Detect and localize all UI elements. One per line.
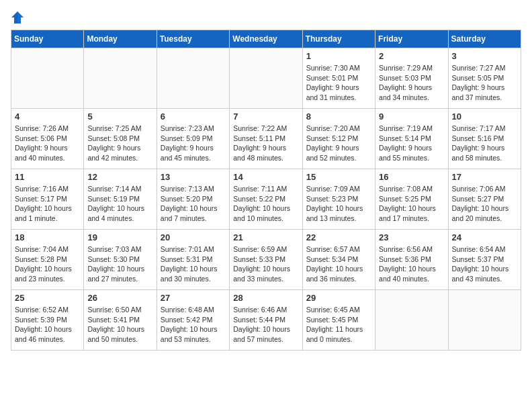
day-number: 23	[379, 232, 444, 242]
day-info: Sunrise: 7:11 AM Sunset: 5:22 PM Dayligh…	[233, 184, 298, 224]
calendar-week-1: 1Sunrise: 7:30 AM Sunset: 5:01 PM Daylig…	[11, 48, 521, 109]
day-number: 18	[15, 232, 80, 242]
calendar-cell: 2Sunrise: 7:29 AM Sunset: 5:03 PM Daylig…	[375, 48, 448, 109]
calendar-cell	[11, 48, 84, 109]
day-info: Sunrise: 7:06 AM Sunset: 5:27 PM Dayligh…	[452, 184, 517, 224]
calendar-cell	[230, 48, 302, 109]
calendar-week-4: 18Sunrise: 7:04 AM Sunset: 5:28 PM Dayli…	[11, 230, 521, 290]
day-number: 7	[233, 111, 298, 122]
calendar-cell: 9Sunrise: 7:19 AM Sunset: 5:14 PM Daylig…	[375, 109, 448, 169]
day-number: 4	[15, 111, 80, 122]
day-info: Sunrise: 6:59 AM Sunset: 5:33 PM Dayligh…	[233, 244, 298, 284]
svg-marker-1	[17, 11, 24, 24]
calendar-cell: 29Sunrise: 6:45 AM Sunset: 5:45 PM Dayli…	[302, 290, 375, 351]
calendar-week-2: 4Sunrise: 7:26 AM Sunset: 5:06 PM Daylig…	[11, 109, 521, 169]
day-info: Sunrise: 7:29 AM Sunset: 5:03 PM Dayligh…	[379, 63, 444, 103]
calendar-cell	[448, 290, 521, 351]
day-info: Sunrise: 7:22 AM Sunset: 5:11 PM Dayligh…	[233, 124, 298, 163]
calendar-cell: 13Sunrise: 7:13 AM Sunset: 5:20 PM Dayli…	[157, 169, 229, 230]
day-info: Sunrise: 6:57 AM Sunset: 5:34 PM Dayligh…	[306, 244, 371, 284]
day-number: 19	[87, 232, 152, 242]
day-info: Sunrise: 7:09 AM Sunset: 5:23 PM Dayligh…	[306, 184, 371, 224]
calendar-cell: 25Sunrise: 6:52 AM Sunset: 5:39 PM Dayli…	[11, 290, 84, 351]
day-info: Sunrise: 6:48 AM Sunset: 5:42 PM Dayligh…	[161, 305, 226, 345]
calendar-cell: 5Sunrise: 7:25 AM Sunset: 5:08 PM Daylig…	[84, 109, 157, 169]
page-header	[11, 11, 521, 24]
day-number: 3	[452, 51, 517, 61]
calendar-cell: 3Sunrise: 7:27 AM Sunset: 5:05 PM Daylig…	[448, 48, 521, 109]
day-info: Sunrise: 7:27 AM Sunset: 5:05 PM Dayligh…	[452, 63, 517, 103]
day-number: 9	[379, 111, 444, 122]
calendar-cell: 28Sunrise: 6:46 AM Sunset: 5:44 PM Dayli…	[230, 290, 302, 351]
calendar-cell: 23Sunrise: 6:56 AM Sunset: 5:36 PM Dayli…	[375, 230, 448, 290]
day-info: Sunrise: 7:25 AM Sunset: 5:08 PM Dayligh…	[87, 124, 152, 163]
day-info: Sunrise: 7:26 AM Sunset: 5:06 PM Dayligh…	[15, 124, 80, 163]
weekday-header-tuesday: Tuesday	[157, 30, 229, 48]
day-info: Sunrise: 7:19 AM Sunset: 5:14 PM Dayligh…	[379, 124, 444, 163]
calendar-cell: 14Sunrise: 7:11 AM Sunset: 5:22 PM Dayli…	[230, 169, 302, 230]
day-number: 15	[306, 172, 371, 182]
day-number: 16	[379, 172, 444, 182]
calendar-cell: 8Sunrise: 7:20 AM Sunset: 5:12 PM Daylig…	[302, 109, 375, 169]
calendar-cell: 15Sunrise: 7:09 AM Sunset: 5:23 PM Dayli…	[302, 169, 375, 230]
day-number: 22	[306, 232, 371, 242]
calendar-cell: 1Sunrise: 7:30 AM Sunset: 5:01 PM Daylig…	[302, 48, 375, 109]
day-number: 6	[161, 111, 226, 122]
day-number: 26	[87, 293, 152, 303]
day-number: 11	[15, 172, 80, 182]
day-info: Sunrise: 6:45 AM Sunset: 5:45 PM Dayligh…	[306, 305, 371, 345]
calendar-cell: 19Sunrise: 7:03 AM Sunset: 5:30 PM Dayli…	[84, 230, 157, 290]
day-info: Sunrise: 7:03 AM Sunset: 5:30 PM Dayligh…	[87, 244, 152, 284]
calendar-cell: 7Sunrise: 7:22 AM Sunset: 5:11 PM Daylig…	[230, 109, 302, 169]
calendar-cell: 27Sunrise: 6:48 AM Sunset: 5:42 PM Dayli…	[157, 290, 229, 351]
calendar-cell: 11Sunrise: 7:16 AM Sunset: 5:17 PM Dayli…	[11, 169, 84, 230]
day-number: 1	[306, 51, 371, 61]
calendar-cell: 18Sunrise: 7:04 AM Sunset: 5:28 PM Dayli…	[11, 230, 84, 290]
day-number: 5	[87, 111, 152, 122]
calendar-cell: 16Sunrise: 7:08 AM Sunset: 5:25 PM Dayli…	[375, 169, 448, 230]
calendar-cell: 10Sunrise: 7:17 AM Sunset: 5:16 PM Dayli…	[448, 109, 521, 169]
day-number: 13	[161, 172, 226, 182]
logo	[11, 11, 27, 24]
calendar-cell: 20Sunrise: 7:01 AM Sunset: 5:31 PM Dayli…	[157, 230, 229, 290]
day-number: 24	[452, 232, 517, 242]
day-info: Sunrise: 6:56 AM Sunset: 5:36 PM Dayligh…	[379, 244, 444, 284]
day-info: Sunrise: 6:46 AM Sunset: 5:44 PM Dayligh…	[233, 305, 298, 345]
day-info: Sunrise: 6:54 AM Sunset: 5:37 PM Dayligh…	[452, 244, 517, 284]
day-info: Sunrise: 7:16 AM Sunset: 5:17 PM Dayligh…	[15, 184, 80, 224]
day-info: Sunrise: 6:50 AM Sunset: 5:41 PM Dayligh…	[87, 305, 152, 345]
day-number: 12	[87, 172, 152, 182]
day-info: Sunrise: 7:13 AM Sunset: 5:20 PM Dayligh…	[161, 184, 226, 224]
calendar-cell	[84, 48, 157, 109]
day-number: 27	[161, 293, 226, 303]
day-info: Sunrise: 7:08 AM Sunset: 5:25 PM Dayligh…	[379, 184, 444, 224]
calendar-cell: 24Sunrise: 6:54 AM Sunset: 5:37 PM Dayli…	[448, 230, 521, 290]
day-number: 2	[379, 51, 444, 61]
calendar-week-5: 25Sunrise: 6:52 AM Sunset: 5:39 PM Dayli…	[11, 290, 521, 351]
calendar-cell: 12Sunrise: 7:14 AM Sunset: 5:19 PM Dayli…	[84, 169, 157, 230]
weekday-header-monday: Monday	[84, 30, 157, 48]
weekday-header-sunday: Sunday	[11, 30, 84, 48]
weekday-header-friday: Friday	[375, 30, 448, 48]
day-info: Sunrise: 6:52 AM Sunset: 5:39 PM Dayligh…	[15, 305, 80, 345]
day-info: Sunrise: 7:14 AM Sunset: 5:19 PM Dayligh…	[87, 184, 152, 224]
weekday-header-wednesday: Wednesday	[230, 30, 302, 48]
day-number: 17	[452, 172, 517, 182]
calendar-cell: 17Sunrise: 7:06 AM Sunset: 5:27 PM Dayli…	[448, 169, 521, 230]
calendar-cell: 21Sunrise: 6:59 AM Sunset: 5:33 PM Dayli…	[230, 230, 302, 290]
calendar-cell	[157, 48, 229, 109]
calendar-cell: 26Sunrise: 6:50 AM Sunset: 5:41 PM Dayli…	[84, 290, 157, 351]
day-number: 29	[306, 293, 371, 303]
calendar-cell: 4Sunrise: 7:26 AM Sunset: 5:06 PM Daylig…	[11, 109, 84, 169]
day-info: Sunrise: 7:23 AM Sunset: 5:09 PM Dayligh…	[161, 124, 226, 163]
calendar-cell: 22Sunrise: 6:57 AM Sunset: 5:34 PM Dayli…	[302, 230, 375, 290]
day-info: Sunrise: 7:20 AM Sunset: 5:12 PM Dayligh…	[306, 124, 371, 163]
day-number: 21	[233, 232, 298, 242]
weekday-header-thursday: Thursday	[302, 30, 375, 48]
calendar-cell	[375, 290, 448, 351]
logo-icon	[11, 11, 24, 24]
calendar-week-3: 11Sunrise: 7:16 AM Sunset: 5:17 PM Dayli…	[11, 169, 521, 230]
day-number: 20	[161, 232, 226, 242]
day-info: Sunrise: 7:30 AM Sunset: 5:01 PM Dayligh…	[306, 63, 371, 103]
day-info: Sunrise: 7:04 AM Sunset: 5:28 PM Dayligh…	[15, 244, 80, 284]
